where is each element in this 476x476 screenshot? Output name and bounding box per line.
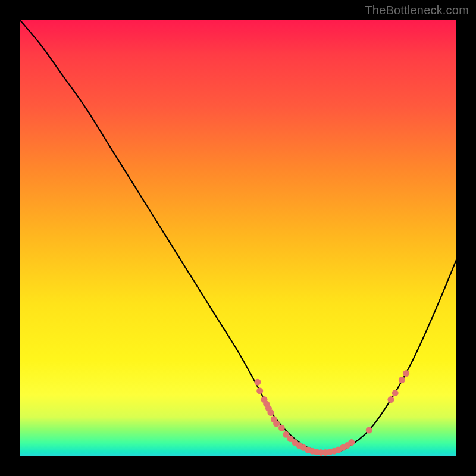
data-marker	[278, 425, 285, 431]
data-marker	[348, 439, 355, 446]
bottleneck-curve	[20, 20, 456, 453]
watermark-text: TheBottleneck.com	[365, 4, 469, 17]
chart-svg	[20, 20, 456, 456]
data-marker	[256, 387, 263, 394]
plot-area	[20, 20, 456, 456]
data-marker	[392, 390, 399, 396]
data-marker	[387, 396, 394, 403]
data-marker	[255, 379, 261, 386]
data-marker	[366, 427, 372, 434]
data-marker	[399, 377, 405, 383]
data-marker	[273, 421, 280, 427]
data-marker	[403, 370, 409, 377]
chart-frame: TheBottleneck.com	[0, 0, 476, 476]
data-marker	[268, 409, 274, 416]
marker-group	[255, 370, 410, 456]
